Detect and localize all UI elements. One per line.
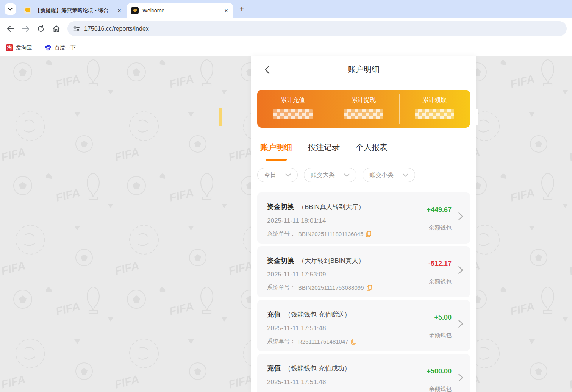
filter-dropdown[interactable]: 今日: [257, 168, 298, 182]
transaction-row[interactable]: 资金切换 （BBIN真人转到大厅） 2025-11-11 18:01:14 系统…: [257, 192, 470, 244]
tab-title: Welcome: [142, 8, 223, 14]
chevron-down-icon: [285, 173, 291, 177]
transaction-row[interactable]: 充值 （钱能钱包 充值成功） 2025-11-11 17:51:48 系统单号：…: [257, 354, 470, 392]
copy-icon[interactable]: [367, 285, 372, 291]
transaction-subtitle: （钱能钱包 充值赠送）: [284, 310, 351, 319]
filter-dropdown[interactable]: 账变大类: [304, 168, 356, 182]
summary-card: 累计充值 累计提现 累计领取: [257, 90, 470, 128]
chevron-right-icon: [458, 320, 463, 328]
section-tab-label: 个人报表: [356, 143, 388, 151]
carousel-next-card-peek: [219, 108, 222, 126]
section-tab[interactable]: 投注记录: [308, 140, 340, 161]
copy-icon[interactable]: [366, 231, 371, 237]
close-icon[interactable]: ✕: [116, 7, 123, 14]
filter-label: 账变小类: [369, 171, 394, 179]
account-detail-panel: 账户明细 累计充值 累计提现 累计领取: [251, 56, 476, 392]
transaction-subtitle: （钱能钱包 充值成功）: [284, 364, 351, 373]
chevron-down-icon: [8, 8, 13, 11]
transaction-type: 充值: [267, 364, 281, 373]
bookmark-label: 百度一下: [55, 44, 76, 51]
section-tabs: 账户明细 投注记录 个人报表: [260, 140, 388, 161]
transaction-wallet: 余额钱包: [429, 278, 452, 285]
section-tab[interactable]: 个人报表: [356, 140, 388, 161]
transaction-type: 资金切换: [267, 202, 294, 211]
transaction-wallet: 余额钱包: [429, 386, 452, 392]
summary-label: 累计领取: [422, 96, 447, 104]
censored-value: [273, 109, 313, 119]
order-label: 系统单号：: [267, 338, 295, 345]
browser-tab-welcome[interactable]: Welcome ✕: [127, 3, 233, 18]
transaction-datetime: 2025-11-11 17:51:48: [267, 325, 461, 332]
welcome-favicon-icon: [131, 7, 139, 14]
censored-value: [415, 109, 454, 119]
section-tab-label: 账户明细: [260, 143, 292, 151]
summary-label: 累计提现: [352, 96, 376, 104]
section-tab[interactable]: 账户明细: [260, 140, 292, 161]
bookmark-taobao[interactable]: 淘 爱淘宝: [6, 44, 32, 51]
transaction-datetime: 2025-11-11 18:01:14: [267, 217, 461, 225]
browser-toolbar: 175616.cc/reports/index: [0, 18, 572, 39]
site-settings-icon[interactable]: [73, 26, 80, 31]
chevron-down-icon: [403, 173, 408, 177]
section-tab-label: 投注记录: [308, 143, 340, 151]
filter-label: 账变大类: [311, 171, 335, 179]
order-label: 系统单号：: [267, 284, 295, 291]
baidu-icon: du: [45, 44, 52, 51]
taobao-icon: 淘: [6, 44, 13, 51]
transaction-list: 资金切换 （BBIN真人转到大厅） 2025-11-11 18:01:14 系统…: [257, 192, 470, 392]
browser-tab-strip: 【新提醒】海燕策略论坛 - 综合 ✕ Welcome ✕ +: [0, 0, 572, 18]
close-icon[interactable]: ✕: [223, 7, 230, 14]
summary-item: 累计提现: [328, 90, 399, 128]
order-number: BBIN20251111753088099: [298, 284, 364, 291]
tab-title: 【新提醒】海燕策略论坛 - 综合: [35, 7, 116, 14]
page-title: 账户明细: [251, 64, 476, 75]
reload-button[interactable]: [34, 22, 48, 36]
header-divider: [251, 83, 476, 83]
order-number: BBIN20251111801136845: [298, 231, 363, 237]
filter-row: 今日 账变大类 账变小类: [257, 168, 415, 182]
svg-text:du: du: [47, 48, 49, 50]
bookmarks-bar: 淘 爱淘宝 du 百度一下: [0, 39, 572, 56]
filter-label: 今日: [264, 171, 276, 179]
filter-dropdown[interactable]: 账变小类: [363, 168, 415, 182]
copy-icon[interactable]: [351, 339, 356, 345]
forward-button[interactable]: [19, 22, 33, 36]
censored-value: [344, 109, 383, 119]
filter-divider: [251, 185, 476, 185]
browser-tab-forum[interactable]: 【新提醒】海燕策略论坛 - 综合 ✕: [20, 3, 127, 18]
bookmark-baidu[interactable]: du 百度一下: [45, 44, 76, 51]
transaction-datetime: 2025-11-11 17:51:48: [267, 378, 461, 386]
carousel-indicator: [474, 109, 478, 125]
transaction-type: 充值: [267, 310, 281, 319]
chevron-right-icon: [458, 212, 463, 220]
tab-search-button[interactable]: [5, 3, 16, 15]
page-content: FIFA FIFA 账户明细 累计充值: [0, 56, 572, 392]
chevron-right-icon: [458, 373, 463, 382]
transaction-row[interactable]: 充值 （钱能钱包 充值赠送） 2025-11-11 17:51:48 系统单号：…: [257, 300, 470, 351]
summary-item: 累计领取: [399, 90, 470, 128]
url-text[interactable]: 175616.cc/reports/index: [84, 25, 149, 32]
home-button[interactable]: [49, 22, 63, 36]
transaction-row[interactable]: 资金切换 （大厅转到BBIN真人） 2025-11-11 17:53:09 系统…: [257, 246, 470, 297]
transaction-amount: +5.00: [434, 314, 452, 322]
panel-header: 账户明细: [251, 56, 476, 83]
transaction-type: 资金切换: [267, 256, 294, 265]
chevron-right-icon: [458, 266, 463, 274]
transaction-datetime: 2025-11-11 17:53:09: [267, 271, 461, 278]
forum-favicon-icon: [24, 7, 31, 14]
address-bar[interactable]: 175616.cc/reports/index: [67, 21, 567, 36]
chevron-down-icon: [344, 173, 350, 177]
transaction-amount: +449.67: [427, 206, 452, 214]
order-number: R251111751481047: [298, 338, 349, 345]
transaction-amount: +500.00: [427, 367, 452, 375]
back-button[interactable]: [4, 22, 17, 36]
transaction-subtitle: （BBIN真人转到大厅）: [298, 203, 365, 211]
transaction-wallet: 余额钱包: [429, 332, 452, 339]
new-tab-button[interactable]: +: [236, 4, 247, 14]
bookmark-label: 爱淘宝: [16, 44, 32, 51]
transaction-amount: -512.17: [428, 260, 452, 268]
transaction-subtitle: （大厅转到BBIN真人）: [298, 256, 365, 265]
order-label: 系统单号：: [267, 230, 295, 237]
transaction-wallet: 余额钱包: [429, 224, 452, 231]
summary-item: 累计充值: [257, 90, 328, 128]
